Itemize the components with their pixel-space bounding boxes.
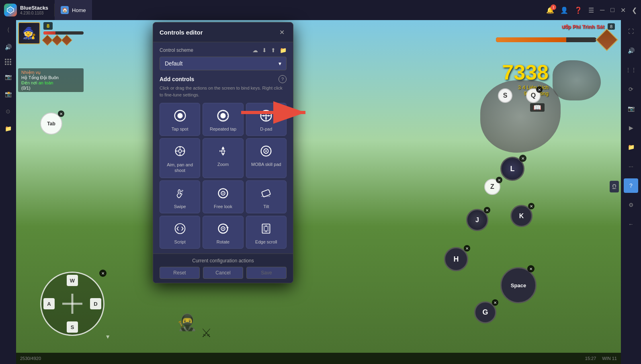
s-key-container: S [498, 88, 512, 103]
wasd-cross [62, 294, 82, 314]
sidebar-record-icon[interactable]: ⊙ [2, 106, 14, 117]
svg-point-23 [265, 150, 267, 152]
control-swipe[interactable]: Swipe [160, 180, 200, 213]
fullscreen-icon[interactable]: ⛶ [624, 24, 638, 39]
space-key[interactable]: Space [500, 267, 537, 303]
bluestacks-icon [4, 4, 17, 16]
zoom-label: Zoom [217, 162, 229, 167]
w-key[interactable]: W [67, 275, 78, 286]
home-tab-label: Home [72, 7, 86, 13]
swipe-label: Swipe [174, 204, 186, 209]
sidebar-volume-icon[interactable]: 🔊 [2, 41, 14, 53]
rotate-icon[interactable]: ⟳ [624, 82, 638, 96]
back-arrow-icon[interactable]: ← [624, 217, 638, 231]
enemy-hp-bar [496, 37, 566, 42]
j-key-close[interactable]: ✕ [484, 207, 490, 213]
menu-icon[interactable]: ☰ [588, 6, 594, 14]
help-icon[interactable]: ❓ [574, 6, 582, 14]
help-question-icon[interactable]: ? [624, 178, 638, 193]
arrow-left-icon[interactable]: ❮ [632, 6, 637, 14]
scheme-upload-icon[interactable]: ⬆ [271, 47, 276, 53]
right-sidebar: ⛶ 🔊 ⋮⋮ ⟳ 📷 ▶ 📁 ··· ? ⚙ ← [621, 20, 641, 364]
dots-icon[interactable]: ⋮⋮ [624, 63, 638, 77]
svg-marker-33 [226, 227, 229, 229]
panel-close-button[interactable]: ✕ [277, 27, 287, 37]
enemy-name: ướp Phi Trình Sát [561, 24, 604, 30]
sidebar-camera-icon[interactable]: 📷 [2, 71, 14, 82]
control-repeated-tap[interactable]: Repeated tap [203, 103, 243, 136]
s-key[interactable]: S [498, 88, 512, 103]
g-key-close[interactable]: ✕ [492, 299, 498, 306]
control-free-look[interactable]: Free look [203, 180, 243, 213]
notification-badge: 1 [551, 4, 556, 10]
close-icon[interactable]: ✕ [621, 6, 626, 14]
control-tilt[interactable]: Tilt [246, 180, 287, 213]
d-key[interactable]: D [90, 298, 101, 309]
game-bottom-bar: 2530/4920 15:27 WIN 11 [16, 353, 621, 364]
score-display: 7338 [502, 60, 549, 84]
sidebar-expand-icon[interactable]: ⟨ [2, 24, 14, 35]
svg-rect-27 [262, 189, 270, 197]
more-icon[interactable]: ··· [624, 159, 638, 174]
wasd-dpad: W S A D ✕ ▼ [40, 272, 104, 336]
home-tab[interactable]: 🏠 Home [55, 0, 92, 20]
k-key-close[interactable]: ✕ [528, 203, 535, 209]
aim-pan-shoot-label: Aim, pan and shoot [163, 162, 197, 174]
free-look-label: Free look [214, 204, 232, 209]
minimize-icon[interactable]: ─ [600, 6, 604, 14]
quest-text: Nhiệm vụ Hộ Tổng Đội Buôn Đến nơi an toà… [18, 68, 84, 92]
control-edge-scroll[interactable]: Edge scroll [246, 216, 287, 249]
wasd-s-key[interactable]: S [67, 321, 78, 333]
controls-editor-panel: Controls editor ✕ Control scheme ☁ ⬇ ⬆ 📁… [153, 22, 293, 283]
a-key[interactable]: A [43, 298, 55, 309]
add-controls-desc: Click or drag the actions on the screen … [160, 85, 287, 98]
add-controls-help-icon[interactable]: ? [279, 75, 287, 83]
control-script[interactable]: Script [160, 216, 200, 249]
l-key-container: L ✕ [500, 157, 524, 181]
svg-point-5 [220, 113, 225, 118]
moba-skill-pad-label: MOBA skill pad [251, 162, 281, 167]
folder-icon[interactable]: 📁 [624, 140, 638, 154]
app-version: 4.230.0.1103 [20, 11, 48, 15]
bottom-stats: 2530/4920 [20, 356, 41, 361]
control-tap-spot[interactable]: Tap spot [160, 103, 200, 136]
tab-close[interactable]: ✕ [58, 110, 64, 117]
scheme-cloud-icon[interactable]: ☁ [252, 47, 258, 53]
maximize-icon[interactable]: □ [610, 6, 614, 14]
scheme-dropdown[interactable]: Default ▾ [160, 57, 287, 70]
z-key-container: Z ✕ [484, 179, 500, 195]
video-icon[interactable]: ▶ [624, 121, 638, 135]
sidebar-folder-icon[interactable]: 📁 [2, 123, 14, 134]
z-key-close[interactable]: ✕ [496, 177, 502, 183]
space-key-close[interactable]: ✕ [527, 265, 535, 272]
q-key-container: Q ✕ 📖 [526, 88, 541, 103]
account-icon[interactable]: 👤 [560, 6, 568, 14]
control-zoom[interactable]: Zoom [203, 138, 243, 178]
save-button[interactable]: Save [246, 267, 287, 279]
scheme-folder-icon[interactable]: 📁 [280, 47, 287, 53]
control-rotate[interactable]: Rotate [203, 216, 243, 249]
control-aim-pan-shoot[interactable]: Aim, pan and shoot [160, 138, 200, 178]
volume-icon[interactable]: 🔊 [624, 43, 638, 58]
settings-icon[interactable]: ⚙ [624, 198, 638, 212]
h-key-close[interactable]: ✕ [464, 245, 470, 252]
game-scene: 🧙 8 Nhiệm vụ Hộ Tổng Đội Buôn [16, 20, 621, 364]
tab-key-container: Tab ✕ [40, 112, 62, 135]
k-key-container: K ✕ [510, 205, 532, 227]
reset-button[interactable]: Reset [160, 267, 200, 279]
cancel-button[interactable]: Cancel [203, 267, 243, 279]
sidebar-screenshot-icon[interactable]: 📸 [2, 88, 14, 100]
panel-title: Controls editor [160, 29, 203, 36]
character-avatar: 🧙 [18, 22, 40, 44]
control-moba-skill-pad[interactable]: MOBA skill pad [246, 138, 287, 178]
wasd-close[interactable]: ✕ [99, 270, 106, 277]
notification-bell[interactable]: 🔔 1 [546, 6, 554, 14]
screenshot-icon[interactable]: 📷 [624, 101, 638, 116]
scheme-download-icon[interactable]: ⬇ [262, 47, 267, 53]
svg-marker-37 [265, 225, 267, 227]
add-controls-title: Add controls [160, 76, 194, 82]
q-key-close[interactable]: ✕ [536, 86, 543, 93]
bottom-time: 15:27 [585, 356, 596, 361]
win-label: WIN 11 [602, 356, 617, 361]
l-key-close[interactable]: ✕ [519, 155, 526, 162]
